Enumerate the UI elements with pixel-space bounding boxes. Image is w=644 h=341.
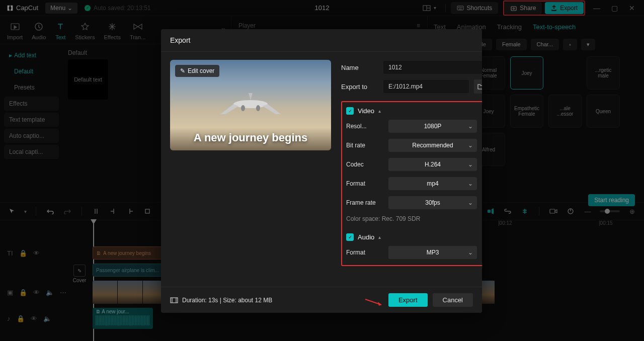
export-confirm-button[interactable]: Export	[388, 293, 428, 307]
collapse-icon[interactable]: ▴	[378, 234, 381, 240]
bitrate-select[interactable]: Recommended	[388, 139, 477, 152]
format-label: Format	[346, 180, 383, 187]
svg-point-19	[233, 100, 268, 108]
film-icon	[170, 297, 178, 303]
arrow-annotation	[364, 297, 386, 307]
framerate-select[interactable]: 30fps	[388, 196, 477, 209]
name-input[interactable]	[383, 61, 482, 74]
svg-point-21	[256, 105, 260, 111]
audio-checkbox[interactable]: ✓	[346, 233, 354, 241]
exportto-label: Export to	[341, 83, 378, 91]
format-select[interactable]: mp4	[388, 177, 477, 190]
edit-cover-button[interactable]: ✎ Edit cover	[175, 65, 219, 77]
folder-icon	[477, 83, 482, 90]
name-label: Name	[341, 64, 378, 71]
browse-folder-button[interactable]	[474, 79, 482, 94]
bitrate-label: Bit rate	[346, 142, 383, 149]
preview-caption: A new journey begins	[170, 131, 331, 144]
exportto-input[interactable]	[383, 80, 469, 93]
export-preview: ✎ Edit cover A new journey begins	[170, 60, 331, 150]
duration-info: Duration: 13s | Size: about 12 MB	[170, 297, 272, 304]
resolution-select[interactable]: 1080P	[388, 120, 477, 133]
svg-point-20	[241, 105, 245, 111]
audio-section: ✓ Audio ▴	[346, 233, 482, 241]
airplane-graphic	[215, 89, 286, 119]
codec-label: Codec	[346, 161, 383, 168]
pencil-icon: ✎	[180, 67, 185, 74]
audio-format-select[interactable]: MP3	[388, 246, 477, 259]
video-checkbox[interactable]: ✓	[346, 107, 354, 115]
resolution-label: Resol...	[346, 123, 383, 130]
framerate-label: Frame rate	[346, 199, 383, 206]
audio-format-label: Format	[346, 249, 383, 256]
codec-select[interactable]: H.264	[388, 158, 477, 171]
colorspace-info: Color space: Rec. 709 SDR	[346, 214, 482, 224]
svg-rect-22	[171, 298, 178, 303]
cancel-button[interactable]: Cancel	[433, 293, 473, 307]
collapse-icon[interactable]: ▴	[378, 108, 381, 114]
modal-footer: Duration: 13s | Size: about 12 MB Export…	[161, 287, 482, 313]
modal-title: Export	[161, 29, 482, 52]
export-modal: Export ✎ Edit cover A new journey begins	[161, 29, 482, 313]
video-section: ✓ Video ▴	[346, 107, 482, 115]
export-settings-highlight: ✓ Video ▴ Resol... 1080P Bit rate Recomm…	[341, 101, 482, 266]
